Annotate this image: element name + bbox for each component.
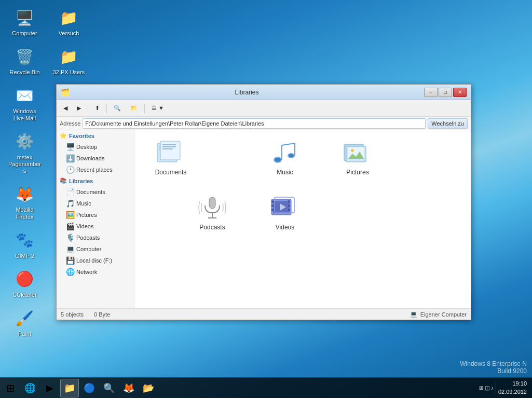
close-button[interactable]: ✕ — [453, 88, 467, 97]
library-item-podcasts[interactable]: Podcasts — [181, 190, 243, 235]
library-item-music[interactable]: Music — [254, 135, 316, 180]
start-button[interactable]: ⊞ — [1, 379, 20, 397]
eigener-computer-label: Eigener Computer — [420, 311, 467, 318]
recycle-bin-icon: 🗑️ — [15, 46, 35, 67]
sidebar-item-pictures[interactable]: 🖼️ Pictures — [57, 209, 134, 221]
taskbar-clock[interactable]: 19:10 02.09.2012 — [498, 380, 527, 396]
podcasts-content-icon — [197, 195, 228, 221]
desktop-icon-32px-users[interactable]: 📁 32 PX Users — [49, 44, 88, 78]
svg-rect-25 — [271, 204, 274, 207]
computer-label: Computer — [12, 30, 37, 37]
sidebar-item-documents[interactable]: 📄 Documents — [57, 186, 134, 198]
desktop-sidebar-icon: 🖥️ — [66, 143, 74, 151]
address-go-button[interactable]: Wechseln zu — [428, 118, 468, 129]
status-right: 💻 Eigener Computer — [410, 311, 467, 318]
computer-icon-status: 💻 — [410, 311, 417, 318]
taskbar-search-button[interactable]: 🔍 — [100, 379, 118, 397]
status-bar: 5 objects 0 Byte 💻 Eigener Computer — [57, 308, 471, 320]
svg-rect-29 — [288, 209, 290, 211]
build-line2: Build 9200 — [460, 367, 527, 375]
sidebar-favorites-header[interactable]: ⭐ Favorites — [57, 130, 134, 141]
address-input[interactable] — [83, 118, 426, 129]
system-tray-icons: ⊞ ◫ ♪ — [479, 385, 494, 391]
desktop-icon-recycle-bin[interactable]: 🗑️ Recycle Bin — [5, 44, 44, 78]
desktop-icon-computer[interactable]: 🖥️ Computer — [5, 5, 44, 39]
window-controls: − □ ✕ — [424, 88, 467, 97]
up-button[interactable]: ⬆ — [91, 102, 103, 115]
desktop-icon-paint[interactable]: 🖌️ Paint — [5, 306, 44, 339]
svg-rect-5 — [162, 144, 176, 145]
taskbar-explorer-button[interactable]: 📁 — [60, 379, 79, 397]
sidebar-item-downloads[interactable]: ⬇️ Downloads — [57, 153, 134, 164]
network-icon: 🌐 — [66, 268, 74, 276]
sidebar-item-network[interactable]: 🌐 Network — [57, 266, 134, 278]
search-toolbar-button[interactable]: 🔍 — [110, 102, 125, 115]
library-item-documents[interactable]: Documents — [140, 135, 202, 180]
sidebar-item-podcasts[interactable]: 🎙️ Podcasts — [57, 232, 134, 243]
podcasts-content-label: Podcasts — [199, 224, 225, 231]
taskbar-folder-button[interactable]: 📂 — [139, 379, 158, 397]
content-area: Documents — [134, 130, 471, 308]
desktop-icon-gimp[interactable]: 🐾 GIMP 2 — [5, 228, 44, 262]
forward-button[interactable]: ▶ — [73, 102, 85, 115]
music-content-icon — [269, 140, 301, 166]
mstex-icon: ⚙️ — [15, 131, 35, 152]
podcasts-sidebar-icon: 🎙️ — [66, 234, 74, 242]
back-button[interactable]: ◀ — [60, 102, 71, 115]
library-item-videos[interactable]: Videos — [254, 190, 316, 235]
computer-icon: 🖥️ — [15, 7, 35, 28]
paint-label: Paint — [18, 331, 31, 337]
taskbar-right: ⊞ ◫ ♪ 19:10 02.09.2012 — [479, 380, 531, 396]
folder-toolbar-button[interactable]: 📁 — [127, 102, 141, 115]
explorer-taskbar-icon: 📁 — [64, 382, 75, 394]
ccleaner-label: CCleaner — [12, 292, 36, 298]
desktop-icon-mstex[interactable]: ⚙️ mstex Pagenumbers — [5, 129, 44, 177]
window-titlebar[interactable]: 🗂️ Libraries − □ ✕ — [57, 85, 471, 100]
taskbar-firefox-button[interactable]: 🦊 — [119, 379, 138, 397]
documents-content-label: Documents — [155, 169, 187, 176]
versuch-icon: 📁 — [59, 7, 79, 28]
sidebar-item-desktop[interactable]: 🖥️ Desktop — [57, 141, 134, 153]
svg-rect-4 — [160, 141, 180, 160]
minimize-button[interactable]: − — [424, 88, 438, 97]
folder-taskbar-icon: 📂 — [143, 382, 154, 394]
music-content-label: Music — [277, 169, 293, 176]
svg-point-13 — [275, 158, 281, 162]
desktop-icon-firefox[interactable]: 🦊 Mozilla Firefox — [5, 182, 44, 222]
taskbar-media-button[interactable]: ▶ — [40, 379, 59, 397]
pictures-content-label: Pictures — [346, 169, 369, 176]
view-button[interactable]: ☰ ▼ — [148, 102, 168, 115]
maximize-button[interactable]: □ — [439, 88, 452, 97]
sidebar-item-recent-places[interactable]: 🕐 Recent places — [57, 164, 134, 175]
sidebar-item-computer[interactable]: 💻 Computer — [57, 243, 134, 255]
32px-users-icon: 📁 — [59, 46, 79, 67]
desktop-icon-ccleaner[interactable]: 🔴 CCleaner — [5, 267, 44, 300]
address-label: Adresse — [60, 120, 80, 127]
documents-sidebar-icon: 📄 — [66, 188, 74, 196]
clock-time: 19:10 — [498, 380, 527, 388]
desktop-icon-versuch[interactable]: 📁 Versuch — [49, 5, 88, 39]
search-taskbar-icon: 🔍 — [103, 382, 115, 394]
window-title: Libraries — [70, 89, 424, 96]
windows-live-mail-label: Windows Live Mail — [7, 108, 42, 121]
sidebar-libraries-header[interactable]: 📚 Libraries — [57, 175, 134, 186]
recycle-bin-label: Recycle Bin — [9, 69, 39, 76]
taskbar-wmp-button[interactable]: 🔵 — [80, 379, 99, 397]
sidebar-item-local-disc[interactable]: 💾 Local disc (F:) — [57, 255, 134, 266]
clock-date: 02.09.2012 — [498, 388, 527, 396]
mstex-label: mstex Pagenumbers — [7, 154, 42, 175]
firefox-taskbar-icon: 🦊 — [123, 382, 134, 394]
svg-rect-19 — [209, 197, 215, 209]
address-bar: Adresse Wechseln zu — [57, 117, 471, 130]
taskbar-ie-button[interactable]: 🌐 — [21, 379, 39, 397]
documents-content-icon — [155, 140, 186, 166]
toolbar-separator-3 — [144, 104, 145, 113]
ie-icon: 🌐 — [24, 382, 36, 394]
library-item-pictures[interactable]: Pictures — [326, 135, 389, 180]
sidebar-item-music[interactable]: 🎵 Music — [57, 198, 134, 209]
svg-line-12 — [282, 143, 295, 145]
pictures-sidebar-icon: 🖼️ — [66, 211, 74, 219]
sidebar-item-videos[interactable]: 🎬 Videos — [57, 221, 134, 232]
desktop-icon-windows-live-mail[interactable]: ✉️ Windows Live Mail — [5, 83, 44, 123]
videos-content-label: Videos — [276, 224, 294, 231]
